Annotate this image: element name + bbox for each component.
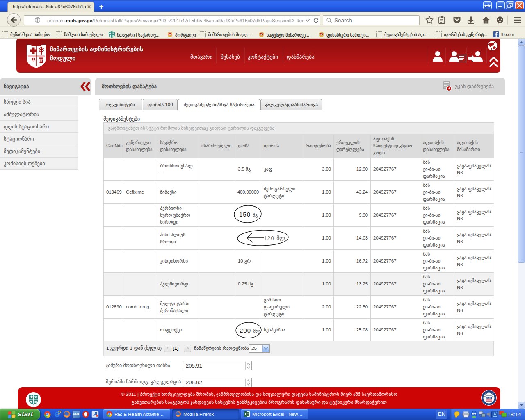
svg-text:USAID: USAID xyxy=(486,397,492,399)
